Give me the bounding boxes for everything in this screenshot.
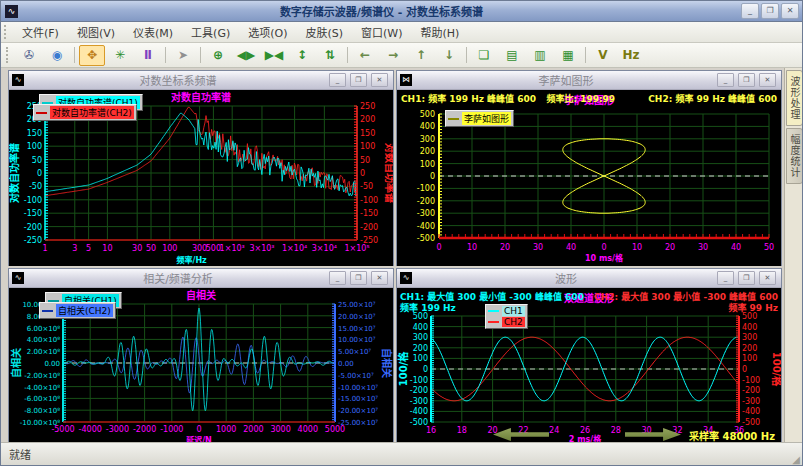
svg-text:自相关: 自相关 — [381, 348, 393, 378]
close-button[interactable]: ✕ — [781, 3, 799, 19]
svg-text:200: 200 — [360, 115, 375, 124]
waveform-minimize-button[interactable]: _ — [717, 271, 734, 285]
waveform-maximize-button[interactable]: ❐ — [738, 271, 755, 285]
spectrum-legend-ch2-label: 对数自功率谱(CH2) — [50, 106, 134, 119]
svg-text:-300: -300 — [417, 209, 435, 218]
correlation-window-title: 相关/频谱分析 — [27, 270, 329, 286]
correlation-minimize-button[interactable]: _ — [329, 271, 346, 285]
lissajous-close-button[interactable]: ✕ — [759, 73, 776, 87]
scroll-right-button[interactable]: → — [380, 45, 406, 66]
svg-text:-200: -200 — [742, 386, 760, 395]
menu-skin[interactable]: 皮肤(S) — [296, 22, 352, 42]
cascade-button[interactable]: ❏ — [471, 45, 497, 66]
svg-text:15.00×10⁷: 15.00×10⁷ — [338, 325, 376, 333]
svg-text:300: 300 — [413, 333, 428, 342]
svg-text:20: 20 — [500, 243, 510, 252]
svg-text:10.00×10⁷: 10.00×10⁷ — [338, 336, 376, 344]
menu-meter[interactable]: 仪表(M) — [124, 22, 182, 42]
svg-text:3×10⁴: 3×10⁴ — [312, 244, 337, 253]
scroll-up-button[interactable]: ↑ — [408, 45, 434, 66]
expand-v-button[interactable]: ↕ — [289, 45, 315, 66]
spectrum-minimize-button[interactable]: _ — [329, 73, 346, 87]
tile-vertical-button[interactable]: ▥ — [527, 45, 553, 66]
spectrum-legend-ch2[interactable]: 对数自功率谱(CH2) — [33, 104, 137, 121]
lissajous-minimize-button[interactable]: _ — [717, 73, 734, 87]
svg-text:5: 5 — [86, 244, 91, 253]
about-button[interactable]: ◉ — [44, 45, 70, 66]
side-tab-waveform-processing[interactable]: 波形处理 — [786, 70, 802, 126]
hertz-button[interactable]: Hz — [618, 45, 644, 66]
status-text: 就绪 — [9, 446, 31, 462]
save-button[interactable]: ✇ — [16, 45, 42, 66]
side-tab-amplitude-statistics[interactable]: 幅度统计 — [786, 128, 802, 184]
svg-text:1×10⁴: 1×10⁴ — [282, 244, 307, 253]
svg-text:0: 0 — [37, 169, 42, 178]
scroll-left-button[interactable]: ← — [352, 45, 378, 66]
svg-text:10 ms/格: 10 ms/格 — [585, 253, 624, 263]
svg-text:对数自功率谱: 对数自功率谱 — [384, 143, 393, 203]
svg-text:-200: -200 — [417, 197, 435, 206]
resize-grip[interactable]: ◢ — [792, 454, 800, 465]
svg-text:100: 100 — [27, 142, 42, 151]
correlation-legend-ch2-label: 自相关(CH2) — [56, 304, 113, 317]
tile-horizontal-button[interactable]: ▤ — [499, 45, 525, 66]
svg-text:-250: -250 — [24, 236, 42, 245]
menubar: 文件(F)视图(V)仪表(M)工具(G)选项(O)皮肤(S)窗口(W)帮助(H) — [1, 22, 802, 43]
menu-window[interactable]: 窗口(W) — [352, 22, 411, 42]
refresh-button[interactable]: ✳ — [107, 45, 133, 66]
svg-text:100: 100 — [162, 244, 177, 253]
pointer-button[interactable]: ➤ — [170, 45, 196, 66]
tile-grid-button[interactable]: ▦ — [555, 45, 581, 66]
correlation-close-button[interactable]: ✕ — [371, 271, 388, 285]
lissajous-legend[interactable]: 李萨如图形 — [445, 110, 514, 127]
waveform-legend[interactable]: CH1 CH2 — [485, 304, 528, 329]
lissajous-window-icon: ⋈ — [400, 74, 412, 86]
lissajous-titlebar[interactable]: ⋈ 李萨如图形 _ ❐ ✕ — [397, 71, 781, 90]
correlation-titlebar[interactable]: ∿ 相关/频谱分析 _ ❐ ✕ — [9, 269, 393, 288]
spectrum-maximize-button[interactable]: ❐ — [350, 73, 367, 87]
maximize-button[interactable]: ❐ — [761, 3, 779, 19]
shrink-v-button[interactable]: ⇅ — [317, 45, 343, 66]
pan-button[interactable]: ✥ — [79, 45, 105, 66]
svg-text:自相关: 自相关 — [186, 289, 216, 301]
minimize-button[interactable]: _ — [741, 3, 759, 19]
zoom-button[interactable]: ⊕ — [205, 45, 231, 66]
svg-text:2 ms/格: 2 ms/格 — [569, 434, 602, 442]
spectrum-titlebar[interactable]: ∿ 对数坐标系频谱 _ ❐ ✕ — [9, 71, 393, 90]
svg-text:300: 300 — [420, 135, 435, 144]
volt-button[interactable]: V — [590, 45, 616, 66]
waveform-legend-ch2-label: CH2 — [502, 317, 525, 327]
menu-view[interactable]: 视图(V) — [68, 22, 124, 42]
correlation-maximize-button[interactable]: ❐ — [350, 271, 367, 285]
shrink-h-button[interactable]: ▶◀ — [261, 45, 287, 66]
svg-text:400: 400 — [413, 323, 428, 332]
svg-text:50: 50 — [32, 156, 42, 165]
waveform-freq-ch2: 频率 99 Hz — [728, 301, 778, 314]
waveform-freq-ch1: 频率 199 Hz — [400, 301, 456, 314]
svg-text:-100: -100 — [24, 196, 42, 205]
pause-button[interactable]: Ⅱ — [135, 45, 161, 66]
svg-text:自相关: 自相关 — [10, 348, 22, 378]
waveform-close-button[interactable]: ✕ — [759, 271, 776, 285]
menu-file[interactable]: 文件(F) — [13, 22, 68, 42]
svg-text:-50: -50 — [29, 182, 42, 191]
waveform-titlebar[interactable]: ∿ 波形 _ ❐ ✕ — [397, 269, 781, 288]
svg-text:-300: -300 — [410, 397, 428, 406]
svg-text:-3000: -3000 — [106, 425, 129, 434]
waveform-legend-ch1-label: CH1 — [502, 306, 525, 316]
svg-text:-100: -100 — [360, 196, 378, 205]
correlation-legend-ch2[interactable]: 自相关(CH2) — [39, 302, 116, 319]
menu-help[interactable]: 帮助(H) — [412, 22, 469, 42]
menu-options[interactable]: 选项(O) — [239, 22, 296, 42]
lissajous-maximize-button[interactable]: ❐ — [738, 73, 755, 87]
expand-h-button[interactable]: ◀▶ — [233, 45, 259, 66]
toolbar-grip — [6, 47, 12, 64]
scroll-down-button[interactable]: ↓ — [436, 45, 462, 66]
correlation-legend-ch2-line — [42, 310, 53, 312]
lissajous-status-ch2: CH2: 频率 99 Hz 峰峰值 600 — [648, 92, 777, 105]
menu-tools[interactable]: 工具(G) — [182, 22, 239, 42]
svg-text:0: 0 — [423, 365, 428, 374]
spectrum-close-button[interactable]: ✕ — [371, 73, 388, 87]
spectrum-window-icon: ∿ — [12, 74, 24, 86]
svg-text:10: 10 — [632, 243, 642, 252]
